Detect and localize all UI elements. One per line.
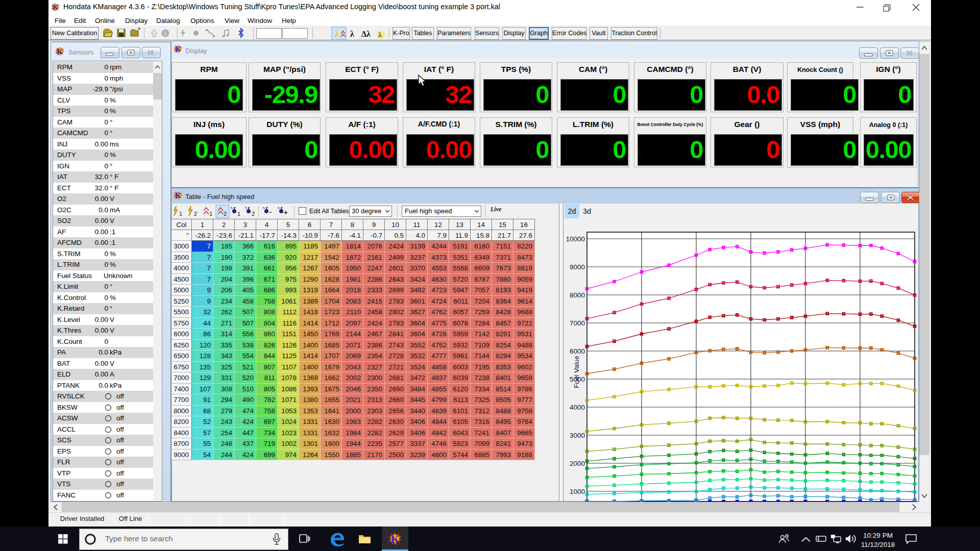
svg-text:i: i: [164, 30, 166, 36]
svg-text:6000: 6000: [570, 347, 585, 355]
svg-text:10000: 10000: [566, 235, 585, 243]
svg-text:7000: 7000: [570, 319, 585, 327]
svg-text:1: 1: [237, 211, 240, 217]
svg-text:3000: 3000: [570, 432, 585, 439]
svg-text:1: 1: [209, 211, 212, 217]
svg-text:9000: 9000: [570, 263, 585, 271]
svg-text:λ: λ: [350, 30, 354, 38]
svg-text:K: K: [53, 4, 58, 11]
svg-text:λ: λ: [378, 31, 382, 39]
svg-text:K: K: [175, 192, 181, 199]
svg-text:K: K: [391, 533, 400, 545]
svg-text:λ: λ: [335, 30, 339, 38]
svg-text:2000: 2000: [570, 460, 585, 467]
svg-text:K: K: [175, 45, 181, 53]
svg-text:Δλ: Δλ: [361, 30, 371, 38]
svg-text:Fuel Value: Fuel Value: [573, 356, 580, 388]
svg-text:1000: 1000: [570, 488, 585, 495]
svg-text:+: +: [284, 209, 288, 216]
svg-text:8000: 8000: [570, 291, 585, 299]
svg-text:2: 2: [252, 211, 255, 217]
svg-text:K: K: [57, 47, 63, 56]
svg-text:2: 2: [224, 211, 227, 217]
svg-text:-: -: [270, 208, 272, 216]
svg-text:4000: 4000: [570, 404, 585, 411]
svg-text:1: 1: [179, 211, 182, 217]
svg-text:2: 2: [194, 211, 197, 217]
